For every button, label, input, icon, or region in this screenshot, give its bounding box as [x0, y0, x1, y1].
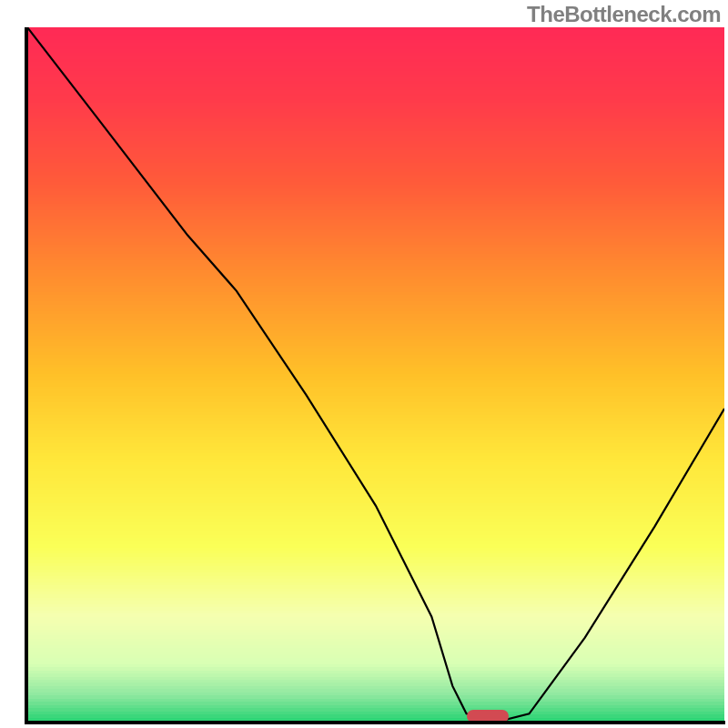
- chart-stage: TheBottleneck.com: [0, 0, 728, 728]
- y-axis-line: [25, 27, 28, 724]
- plot-area: [27, 27, 724, 721]
- watermark-text: TheBottleneck.com: [527, 2, 721, 27]
- x-axis-line: [25, 721, 725, 724]
- curve-path: [27, 27, 724, 721]
- bottleneck-curve: [27, 27, 724, 721]
